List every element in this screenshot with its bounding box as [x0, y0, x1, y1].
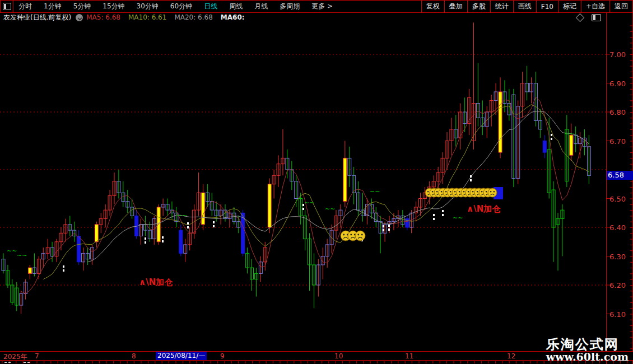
buy-signal-text: ∧\N加仓 — [467, 204, 501, 214]
smiley-eye — [445, 191, 447, 193]
signal-dash-mark — [470, 179, 472, 181]
signal-dash-mark — [162, 236, 164, 239]
period-tab-5分钟[interactable]: 5分钟 — [73, 2, 91, 11]
signal-dash-mark — [551, 138, 552, 140]
period-tab-更多 >[interactable]: 更多 > — [311, 2, 333, 11]
tilde-mark: ~~ — [7, 248, 17, 255]
toolbar: 分时1分钟5分钟15分钟30分钟60分钟日线周线月线多周期更多 > 复权叠加多股… — [0, 0, 633, 13]
month-label-9: 9 — [220, 352, 225, 360]
action-button-画线[interactable]: 画线 — [513, 1, 536, 12]
period-tab-周线[interactable]: 周线 — [229, 2, 243, 11]
smiley-eye — [357, 234, 359, 236]
chevron-down-icon[interactable] — [76, 14, 83, 21]
ma60-value: MA60: — [221, 13, 245, 21]
diamond-icon[interactable] — [576, 13, 585, 22]
action-button-多股[interactable]: 多股 — [467, 1, 490, 12]
period-tab-30分钟[interactable]: 30分钟 — [137, 2, 159, 11]
action-button-F10[interactable]: F10 — [536, 1, 558, 12]
signal-dash-mark — [63, 269, 64, 272]
tilde-mark: ~~ — [325, 206, 335, 213]
price-label: 6.90 — [609, 80, 632, 88]
signal-dash-mark — [213, 221, 215, 223]
date-axis[interactable]: 2025年 2025/08/11/— 789101112 — [0, 351, 633, 361]
month-label-8: 8 — [132, 352, 136, 360]
signal-dash-mark — [433, 218, 435, 220]
tilde-mark: ~~ — [564, 130, 574, 138]
price-label: 6.30 — [609, 253, 632, 261]
signal-dash-mark — [162, 240, 164, 242]
candle — [543, 141, 546, 153]
tilde-mark: ~~ — [453, 214, 463, 222]
smiley-eye — [494, 191, 495, 193]
price-label: 6.70 — [609, 137, 632, 146]
price-label: 6.80 — [609, 108, 632, 116]
smiley-eye — [477, 191, 478, 193]
smiley-eye — [459, 191, 460, 193]
month-label-11: 11 — [405, 352, 413, 360]
action-button-标记[interactable]: 标记 — [558, 1, 581, 12]
tilde-mark: ~~ — [17, 252, 27, 259]
signal-dash-mark — [213, 225, 215, 227]
candlestick-chart[interactable]: ~~~~~~~~~~~~~~~~∧\N加仓∧\N加仓 — [0, 0, 633, 364]
ma20-value: MA20: 6.68 — [174, 13, 212, 21]
signal-dash-mark — [433, 214, 435, 216]
pane-layout-icon[interactable] — [592, 14, 601, 21]
sad-smiley-icon — [355, 231, 365, 241]
period-tab-分时[interactable]: 分时 — [18, 2, 32, 11]
period-tab-日线[interactable]: 日线 — [204, 2, 217, 11]
selected-date-tag: 2025/08/11/— — [156, 352, 207, 360]
candle — [179, 230, 183, 253]
signal-dash-mark — [470, 175, 472, 178]
smiley-eye — [490, 191, 492, 193]
ma5-value: MA5: 6.68 — [86, 13, 120, 21]
tilde-mark: ~~ — [304, 199, 314, 207]
year-label: 2025年 — [3, 352, 27, 362]
split-window-icon — [3, 3, 11, 10]
action-button-返回[interactable]: 返回 — [609, 1, 632, 12]
candle — [499, 92, 502, 152]
signal-dash-mark — [388, 225, 390, 227]
candle — [343, 158, 347, 201]
signal-dash-mark — [302, 208, 304, 210]
smiley-eye — [343, 234, 345, 236]
action-button-复权[interactable]: 复权 — [421, 1, 444, 12]
app-window: ~~~~~~~~~~~~~~~~∧\N加仓∧\N加仓 分时1分钟5分钟15分钟3… — [0, 0, 633, 364]
candle — [268, 184, 271, 227]
month-label-12: 12 — [507, 352, 515, 360]
smiley-eye — [350, 234, 352, 236]
signal-dash-mark — [442, 210, 444, 212]
cutoff-text-fragment — [24, 362, 26, 363]
signal-dash-mark — [145, 241, 146, 244]
signal-dash-mark — [63, 265, 64, 268]
period-tab-15分钟[interactable]: 15分钟 — [103, 2, 124, 11]
smiley-eye — [427, 191, 429, 193]
smiley-eye — [486, 191, 487, 193]
candle — [570, 135, 573, 155]
tilde-mark: ~~ — [370, 188, 380, 195]
action-button-叠加[interactable]: 叠加 — [444, 1, 467, 12]
signal-dash-mark — [187, 222, 189, 225]
window-split-button[interactable] — [1, 1, 13, 12]
ma10-line — [43, 105, 589, 279]
last-price-tag: 6.58 — [607, 171, 633, 180]
period-tab-多周期[interactable]: 多周期 — [280, 2, 300, 11]
cutoff-text-fragment — [27, 362, 30, 363]
candle — [201, 193, 204, 225]
candle — [95, 225, 98, 242]
signal-dash-mark — [383, 229, 384, 231]
month-label-10: 10 — [334, 352, 343, 360]
candle — [29, 268, 32, 273]
smiley-eye — [450, 191, 452, 193]
legend-row: 农发种业(日线.前复权) MA5: 6.68 MA10: 6.61 MA20: … — [0, 12, 606, 22]
period-tab-月线[interactable]: 月线 — [254, 2, 268, 11]
ma5-line — [21, 97, 589, 293]
smiley-eye — [432, 191, 434, 193]
action-button-+自选[interactable]: +自选 — [581, 1, 609, 12]
signal-dash-mark — [442, 214, 444, 216]
period-tabs: 分时1分钟5分钟15分钟30分钟60分钟日线周线月线多周期更多 > — [13, 2, 421, 11]
action-button-统计[interactable]: 统计 — [490, 1, 513, 12]
period-tab-60分钟[interactable]: 60分钟 — [170, 2, 192, 11]
cutoff-text-fragment — [8, 362, 11, 363]
watermark-url: www.60lt.com — [546, 351, 629, 363]
period-tab-1分钟[interactable]: 1分钟 — [44, 2, 62, 11]
